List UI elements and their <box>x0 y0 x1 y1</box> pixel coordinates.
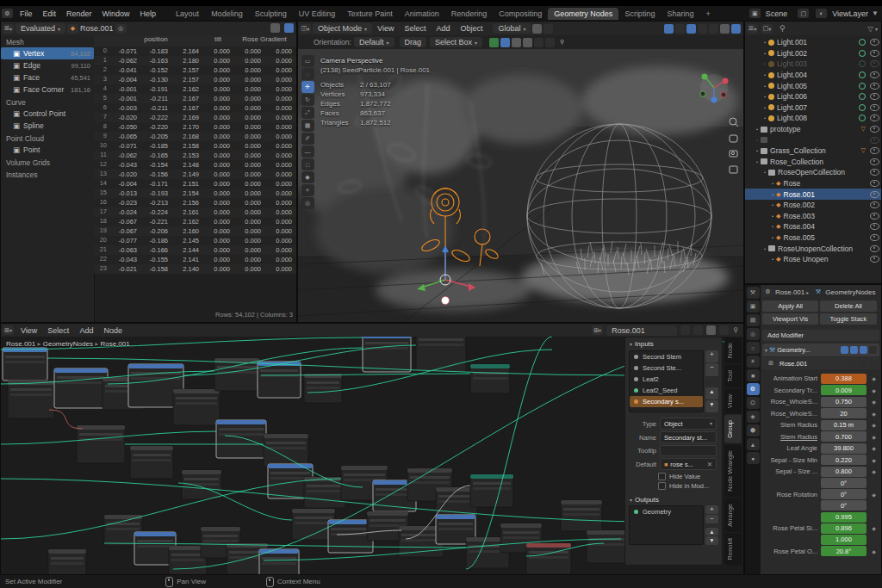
disclosure-icon[interactable]: • <box>756 148 758 153</box>
new-scene-icon[interactable]: ▢ <box>798 9 809 18</box>
node-menu-node[interactable]: Node <box>98 325 127 336</box>
tool-10[interactable]: ⌖ <box>301 184 314 196</box>
viewport-menu-object[interactable]: Object <box>455 23 488 34</box>
group-new-icon[interactable] <box>706 325 716 335</box>
disclosure-icon[interactable]: • <box>772 224 773 229</box>
table-row[interactable]: 12-0.043-0.1542.1480.0000.0000.000 <box>94 160 296 170</box>
field-value[interactable]: 0.750 <box>821 397 866 407</box>
animate-decorator-icon[interactable]: ◆ <box>870 434 878 440</box>
shading-solid-icon[interactable] <box>709 24 718 34</box>
group-shield-icon[interactable] <box>680 325 690 335</box>
graph-node-0[interactable] <box>3 348 47 381</box>
select-box-selector[interactable]: Select Box▾ <box>430 37 482 47</box>
disclosure-icon[interactable]: • <box>756 138 758 143</box>
input-move-up-button[interactable]: ▴ <box>705 387 718 399</box>
hide-eye-icon[interactable] <box>870 39 879 46</box>
field-value[interactable]: 0.800 <box>821 467 866 477</box>
clear-object-icon[interactable]: ✕ <box>707 461 712 468</box>
field-value[interactable]: 0° <box>821 500 866 511</box>
outliner-item-rose-collection[interactable]: •Rose_Collection <box>745 157 881 168</box>
animate-decorator-icon[interactable]: ◆ <box>870 399 878 405</box>
outliner-item-light-001[interactable]: •Light.001 <box>745 37 881 48</box>
disclosure-icon[interactable]: • <box>772 181 773 186</box>
workspace-tab-rendering[interactable]: Rendering <box>445 8 494 20</box>
type-select[interactable]: Object▾ <box>660 418 717 430</box>
domain-group-point-cloud[interactable]: Point Cloud <box>1 132 94 144</box>
disclosure-icon[interactable]: • <box>772 192 773 197</box>
input-add-button[interactable]: + <box>705 350 718 362</box>
field-value[interactable]: 20 <box>821 408 866 418</box>
add-modifier-button[interactable]: Add Modifier <box>762 330 879 341</box>
modifier-name[interactable]: Geometry... <box>777 346 811 354</box>
output-move-up-button[interactable]: ▴ <box>705 528 718 536</box>
outliner-item-rose-005[interactable]: •◆Rose.005 <box>745 232 881 244</box>
snap-scale-icon[interactable] <box>523 38 532 47</box>
filter-toggle-icon[interactable] <box>284 23 294 33</box>
graph-node-11[interactable] <box>470 364 510 393</box>
properties-breadcrumb-object[interactable]: Rose.001 <box>775 288 804 296</box>
table-row[interactable]: 22-0.043-0.1552.1410.0000.0000.000 <box>94 255 296 264</box>
hide-eye-icon[interactable] <box>870 223 879 230</box>
node-menu-view[interactable]: View <box>16 325 42 336</box>
shading-material-icon[interactable] <box>720 24 730 34</box>
node-group-selector[interactable]: Rose.001 <box>606 325 677 336</box>
blender-logo-icon[interactable]: ⚙ <box>2 9 13 18</box>
domain-point[interactable]: ▣Point <box>1 144 94 156</box>
field-value[interactable]: 20.8° <box>821 546 866 556</box>
node-editor-icon[interactable]: ⊞▾ <box>3 325 14 335</box>
hide-eye-icon[interactable] <box>870 50 879 57</box>
animate-decorator-icon[interactable]: ◆ <box>870 375 878 381</box>
spreadsheet-table[interactable]: 0-0.071-0.1832.1640.0000.0000.0001-0.062… <box>94 46 296 310</box>
tool-6[interactable]: ✐ <box>301 133 314 145</box>
name-input[interactable]: Secondary st... <box>660 431 717 443</box>
hide-eye-icon[interactable] <box>870 104 879 111</box>
animate-decorator-icon[interactable]: ◆ <box>870 422 878 428</box>
modifier-extras-icon[interactable] <box>869 346 877 354</box>
node-menu-select[interactable]: Select <box>42 325 74 336</box>
graph-node-25[interactable] <box>328 520 373 553</box>
outliner-filter-icon[interactable]: ▽ <box>868 25 873 33</box>
outliner-item-rose-002[interactable]: •◆Rose.002 <box>745 200 881 211</box>
field-value[interactable]: 1.000 <box>821 535 866 545</box>
scene-selector[interactable]: Scene <box>766 9 788 18</box>
workspace-tab-geometry-nodes[interactable]: Geometry Nodes <box>548 8 618 20</box>
modifier-render-toggle[interactable] <box>860 346 867 354</box>
workspace-tab-texture-paint[interactable]: Texture Paint <box>341 8 399 20</box>
shading-rendered-icon[interactable] <box>731 24 741 34</box>
domain-face-corner[interactable]: ▣Face Corner181,16 <box>1 84 94 96</box>
snap-peel-icon[interactable] <box>534 38 543 47</box>
node-menu-add[interactable]: Add <box>74 325 98 336</box>
workspace-tab-uv-editing[interactable]: UV Editing <box>293 8 342 20</box>
outliner-item-rose-004[interactable]: •◆Rose.004 <box>745 221 881 232</box>
graph-node-37[interactable] <box>48 549 86 575</box>
disclosure-icon[interactable]: • <box>764 115 766 121</box>
domain-edge[interactable]: ▣Edge99,110 <box>1 59 94 71</box>
orientation-selector[interactable]: Default▾ <box>354 37 394 47</box>
outliner-editor-icon[interactable]: ☰▾ <box>747 24 758 34</box>
column-group-rose-gradient[interactable]: Rose Gradient <box>233 35 295 46</box>
input-item-second-stem[interactable]: Second Stem <box>630 351 703 362</box>
sidebar-tab-tool[interactable]: Tool <box>724 365 742 387</box>
properties-tab-1[interactable]: ▣ <box>747 300 760 313</box>
properties-tab-8[interactable]: ⛭ <box>747 397 760 409</box>
outliner-item-light-008[interactable]: •Light.008 <box>745 113 881 124</box>
delete-all-button[interactable]: Delete All <box>820 300 876 312</box>
outliner-item-prototype[interactable]: •prototype▽ <box>745 124 881 135</box>
table-row[interactable]: 16-0.023-0.2132.1560.0000.0000.000 <box>94 198 296 207</box>
disclosure-icon[interactable]: • <box>772 257 773 262</box>
disclosure-icon[interactable]: • <box>756 127 758 132</box>
workspace-tab-+[interactable]: + <box>699 8 716 20</box>
pin-icon[interactable]: ◎ <box>115 24 127 34</box>
node-group-name[interactable]: Rose.001 <box>780 360 807 368</box>
table-row[interactable]: 9-0.065-0.2052.1680.0000.0000.000 <box>94 132 296 141</box>
hide-eye-icon[interactable] <box>870 245 879 252</box>
graph-node-15[interactable] <box>264 434 308 467</box>
hide-eye-icon[interactable] <box>870 71 879 78</box>
mode-selector[interactable]: Object Mode▾ <box>313 23 372 34</box>
group-fakeuser-icon[interactable] <box>693 325 703 335</box>
inputs-collapse-icon[interactable]: ▾ <box>630 341 632 347</box>
outliner-search-icon[interactable]: ⚲ <box>780 24 786 33</box>
properties-tab-11[interactable]: ▲ <box>747 438 760 450</box>
sidebar-tab-group[interactable]: Group <box>724 415 742 443</box>
table-row[interactable]: 11-0.062-0.1652.1530.0000.0000.000 <box>94 151 296 160</box>
